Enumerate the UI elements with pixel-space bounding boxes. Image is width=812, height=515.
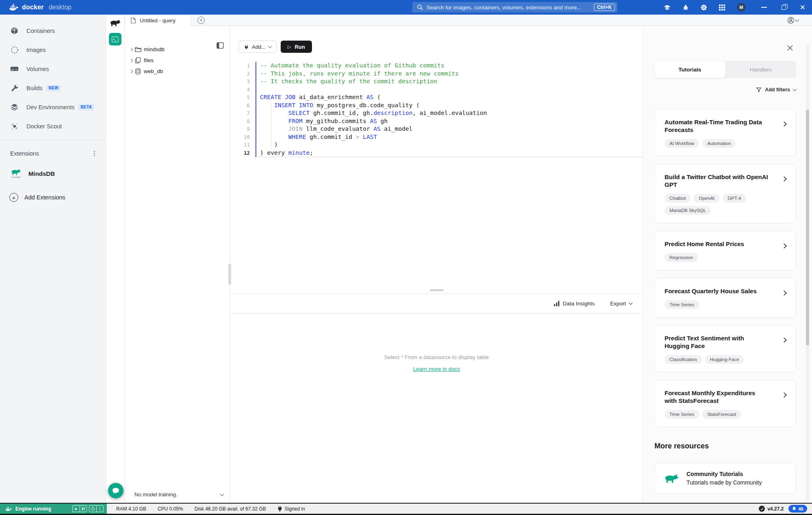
sql-editor[interactable]: Add... ▷ Run 1-- Automate the quality ev… [230,26,643,293]
tag-ai-workflow: AI Workflow [665,139,699,148]
close-panel-icon[interactable] [787,45,793,53]
training-status-row[interactable]: No model training. [125,491,230,498]
code-line-12[interactable]: 12) every minute; [230,149,643,158]
card-title: Forecast Quarterly House Sales [665,287,786,295]
engine-more-icon[interactable]: ⋮ [96,506,103,512]
sql-editor-area: Add... ▷ Run 1-- Automate the quality ev… [230,26,643,503]
update-check-icon [759,506,765,512]
resource-card-talk-to-a-machine-learning-expert[interactable]: Talk to a Machine Learning Expert [654,502,796,503]
bug-report-icon[interactable] [682,3,690,11]
play-icon: ▷ [288,44,291,50]
sidebar-item-builds[interactable]: BuildsNEW [0,78,106,97]
code-line-5[interactable]: 5CREATE JOB ai_data_enrichment AS ( [230,93,643,102]
apps-grid-icon[interactable] [718,3,726,11]
tree-item-mindsdb[interactable]: mindsdb [125,44,230,55]
mindsdb-wordmark: mindsdb [11,176,20,178]
code-line-6[interactable]: 6 INSERT INTO my_postgres_db.code_qualit… [230,102,643,110]
settings-gear-icon[interactable] [700,3,708,11]
tutorial-card-automate-real-time-trading-data-forecast[interactable]: Automate Real-Time Trading Data Forecast… [654,109,796,156]
sidebar-item-label: Dev Environments [26,104,74,110]
line-number: 10 [230,133,256,141]
line-number: 6 [230,102,256,110]
resource-card-community-tutorials[interactable]: Community TutorialsTutorials made by Com… [654,463,796,494]
account-menu[interactable] [787,17,799,24]
panel-resize-handle[interactable] [228,264,231,285]
mindsdb-extension-icon[interactable] [109,19,121,28]
add-datasource-button[interactable]: Add... [238,41,277,53]
add-filters-button[interactable]: Add filters [654,87,796,93]
chevron-down-icon [793,87,797,91]
learning-center-icon[interactable] [663,3,671,11]
line-number: 4 [230,86,256,94]
sidebar-item-dev-environments[interactable]: Dev EnvironmentsBETA [0,97,106,117]
tab-handlers[interactable]: Handlers [725,61,797,78]
global-search-input[interactable]: Search for images, containers, volumes, … [412,2,617,13]
code-line-4[interactable]: 4 [230,86,643,94]
card-title: Forecast Monthly Expenditures with Stats… [665,389,786,405]
tag-time-series: Time Series [665,410,699,419]
signed-in-label: Signed in [285,506,305,512]
run-button-label: Run [294,44,305,50]
code-line-8[interactable]: 8 FROM my_github.commits AS gh [230,117,643,126]
window-close-icon[interactable]: ✕ [800,4,806,11]
tab-tutorials[interactable]: Tutorials [654,61,725,78]
data-insights-button[interactable]: Data Insights [554,301,595,307]
code-line-3[interactable]: 3-- It checks the quality of the commit … [230,78,643,86]
line-content: ) every minute; [256,149,643,158]
export-button[interactable]: Export [610,301,632,307]
user-avatar[interactable]: M [737,3,746,12]
docker-whale-icon [9,4,19,11]
notifications-badge[interactable]: 45 [788,505,807,513]
docs-link[interactable]: Learn more in docs [413,366,460,372]
extensions-menu-icon[interactable]: ⋮ [91,150,97,157]
card-tags: Regression [665,253,786,262]
code-line-1[interactable]: 1-- Automate the quality evaluation of G… [230,62,643,70]
code-line-11[interactable]: 11 ) [230,141,643,149]
scrollbar-thumb[interactable] [806,110,809,345]
sql-editor-terminal-icon[interactable]: >_ [109,33,121,45]
tutorial-card-forecast-quarterly-house-sales[interactable]: Forecast Quarterly House SalesTime Serie… [654,278,796,318]
sidebar-item-images[interactable]: Images [0,40,106,59]
tree-item-web-db[interactable]: web_db [125,66,230,77]
app-version[interactable]: v4.27.2 [759,506,784,512]
results-resize-handle[interactable] [430,289,444,291]
collapse-panel-icon[interactable] [217,42,224,50]
tree-item-files[interactable]: files [125,55,230,66]
indent-guide [271,102,271,149]
engine-start-icon[interactable]: ▶ [73,506,80,512]
sidebar-item-volumes[interactable]: Volumes [0,59,106,78]
engine-pause-icon[interactable] [80,506,87,512]
tutorial-card-predict-home-rental-prices[interactable]: Predict Home Rental PricesRegression [654,231,796,270]
code-line-10[interactable]: 10 WHERE gh.commit_id > LAST [230,133,643,141]
chevron-down-icon [795,17,799,22]
card-tags: ClassificationHugging Face [665,355,786,364]
line-content: JOIN llm_code_evaluator AS ai_model [256,125,643,133]
tab-untitled-query[interactable]: Untitled - query [125,15,191,26]
code-line-7[interactable]: 7 SELECT gh.commit_id, gh.description, a… [230,109,643,117]
sidebar-item-mindsdb[interactable]: mindsdb MindsDB [0,169,106,178]
run-query-button[interactable]: ▷ Run [281,41,312,53]
sidebar-item-containers[interactable]: Containers [0,21,106,40]
window-minimize-icon[interactable] [761,7,767,8]
tutorial-card-build-a-twitter-chatbot-with-openai-gpt[interactable]: Build a Twitter Chatbot with OpenAI GPTC… [654,164,796,223]
chevron-down-icon [629,301,633,305]
database-icon [135,68,142,75]
chevron-right-icon [130,58,133,62]
card-title: Predict Text Sentiment with Hugging Face [665,334,786,350]
support-chat-button[interactable] [108,483,123,498]
tab-title: Untitled - query [140,17,175,24]
new-tab-button[interactable]: + [197,17,205,24]
containers-icon [10,26,19,35]
add-extensions-label: Add Extensions [24,194,65,201]
tag-mariadb-skysql: MariaDB SkySQL [665,206,711,215]
window-restore-icon[interactable] [782,5,786,10]
tutorial-card-forecast-monthly-expenditures-with-stats[interactable]: Forecast Monthly Expenditures with Stats… [654,380,796,427]
card-tags: AI WorkflowAutomation [665,139,786,148]
engine-stop-icon[interactable] [89,506,96,512]
code-editor-content[interactable]: 1-- Automate the quality evaluation of G… [230,62,643,157]
add-extensions-button[interactable]: + Add Extensions [0,193,106,202]
sidebar-item-docker-scout[interactable]: Docker Scout [0,117,106,136]
code-line-9[interactable]: 9 JOIN llm_code_evaluator AS ai_model [230,125,643,133]
code-line-2[interactable]: 2-- This jobs, runs every minute if ther… [230,70,643,78]
tutorial-card-predict-text-sentiment-with-hugging-face[interactable]: Predict Text Sentiment with Hugging Face… [654,325,796,372]
